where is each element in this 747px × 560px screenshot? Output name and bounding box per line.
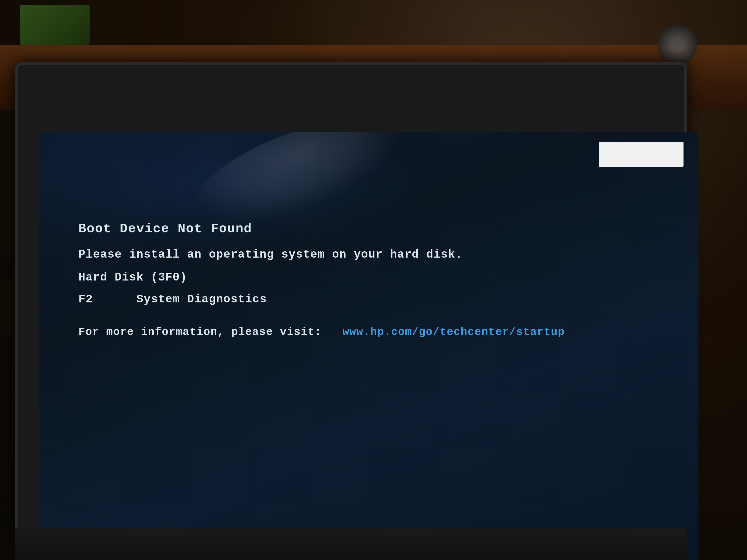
f2-diagnostics-line: F2 System Diagnostics	[78, 293, 565, 306]
white-label-sticker	[599, 142, 684, 167]
boot-device-not-found-title: Boot Device Not Found	[78, 221, 565, 236]
f2-key-label: F2	[78, 293, 93, 306]
dark-object	[658, 25, 697, 65]
error-content-area: Boot Device Not Found Please install an …	[78, 221, 565, 338]
laptop-frame: Boot Device Not Found Please install an …	[15, 62, 687, 535]
hp-support-url: www.hp.com/go/techcenter/startup	[342, 326, 565, 338]
laptop-screen: Boot Device Not Found Please install an …	[38, 132, 698, 560]
system-diagnostics-label: System Diagnostics	[136, 293, 267, 306]
install-os-line: Please install an operating system on yo…	[78, 248, 565, 261]
more-info-line: For more information, please visit: www.…	[78, 326, 565, 338]
more-info-label: For more information, please visit:	[78, 326, 322, 338]
hard-disk-error-code: Hard Disk (3F0)	[78, 271, 565, 284]
green-object	[20, 5, 89, 45]
laptop-bottom-bezel	[15, 528, 687, 560]
